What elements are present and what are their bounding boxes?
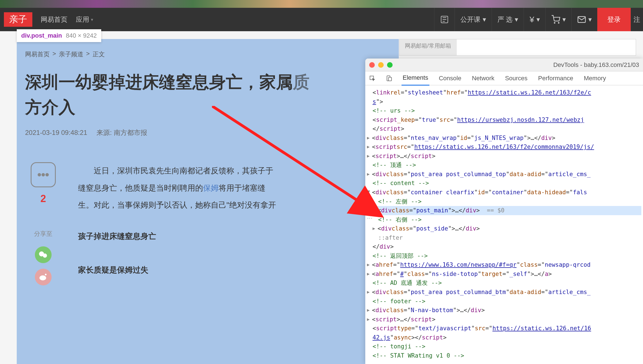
decorative-strip: [0, 0, 643, 8]
tab-memory[interactable]: Memory: [583, 71, 607, 85]
nav-notice[interactable]: 注: [631, 8, 643, 31]
nav-currency[interactable]: ¥▾: [524, 8, 545, 31]
share-weibo[interactable]: [35, 269, 52, 285]
svg-point-1: [554, 23, 555, 23]
section-h2: 家长质疑是保姆过失: [78, 261, 390, 279]
tab-network[interactable]: Network: [471, 71, 495, 85]
devtools-title: DevTools - baby.163.com/21/03: [553, 61, 639, 69]
minimize-window-icon[interactable]: [378, 62, 384, 68]
devtools-titlebar: DevTools - baby.163.com/21/03: [365, 59, 643, 71]
svg-point-4: [38, 174, 40, 176]
comment-count: 2: [40, 193, 46, 205]
code-line[interactable]: ▶<div class="container clearfix" id="con…: [367, 188, 641, 197]
code-line[interactable]: <!-- 左侧 -->: [367, 197, 641, 206]
code-line[interactable]: ▶<a href="#" class="ns-side-totop" targe…: [367, 270, 641, 279]
code-line[interactable]: ▶<div class="post_area post_columnad_btm…: [367, 288, 641, 297]
svg-point-10: [45, 274, 47, 275]
share-wechat[interactable]: [35, 246, 52, 263]
close-window-icon[interactable]: [369, 62, 375, 68]
code-line[interactable]: ▶<div class="post_side">…</div>: [367, 224, 641, 233]
code-line[interactable]: ▶<div class="post_area post_columnad_top…: [367, 170, 641, 179]
breadcrumb-sep: >: [52, 50, 56, 59]
comment-button[interactable]: [31, 162, 56, 187]
code-line[interactable]: <!-- STAT WRating v1 0 -->: [367, 351, 641, 360]
code-line[interactable]: s">: [367, 97, 641, 106]
code-line[interactable]: <!-- 右侧 -->: [367, 215, 641, 224]
inspect-icon[interactable]: [368, 74, 376, 82]
code-line[interactable]: <!-- content -->: [367, 179, 641, 188]
nav-openclass[interactable]: 公开课▾: [455, 8, 492, 31]
svg-point-5: [42, 174, 44, 176]
share-label: 分享至: [34, 230, 52, 238]
code-line[interactable]: <!-- tongji -->: [367, 342, 641, 351]
code-line[interactable]: <script _keep="true" src="https://ursweb…: [367, 115, 641, 125]
devtools-elements-tree[interactable]: <link rel="stylesheet" href="https://sta…: [365, 85, 643, 363]
breadcrumb-current: 正文: [93, 50, 105, 59]
code-line-selected[interactable]: ▶<div class="post_main">…</div> == $0: [367, 206, 641, 215]
code-line[interactable]: ▶<script>…</script>: [367, 315, 641, 324]
tab-console[interactable]: Console: [438, 71, 463, 85]
code-line[interactable]: <!-- AD 底通 通发 -->: [367, 278, 641, 288]
code-line[interactable]: </div>: [367, 242, 641, 251]
breadcrumb-sep: >: [86, 50, 90, 59]
code-line[interactable]: <!-- 顶通 -->: [367, 161, 641, 170]
code-line[interactable]: 42.js" async></script>: [367, 333, 641, 342]
top-nav: 亲子 网易首页 应用▾ 公开课▾ 严 选▾ ¥▾ ▾ ▾ 登录 注: [0, 8, 643, 31]
device-toggle-icon[interactable]: [385, 74, 393, 82]
yen-icon: ¥: [530, 15, 534, 24]
window-controls: [369, 62, 393, 68]
p1d: 生。对此，当事保姆则予以否认，她称自己"绝对没有拿开: [78, 196, 390, 214]
chevron-down-icon: ▾: [562, 16, 566, 23]
code-line[interactable]: <!-- urs -->: [367, 106, 641, 115]
p1c: 将用于堵塞缝: [219, 184, 265, 192]
code-line[interactable]: <link rel="stylesheet" href="https://sta…: [367, 88, 641, 97]
logo[interactable]: 亲子: [4, 12, 32, 27]
code-line[interactable]: ▶<div class="N-nav-bottom">…</div>: [367, 306, 641, 315]
code-line[interactable]: ▶<script>…</script>: [367, 152, 641, 161]
chevron-down-icon: ▾: [588, 16, 592, 23]
maximize-window-icon[interactable]: [387, 62, 393, 68]
breadcrumb-channel[interactable]: 亲子频道: [59, 50, 83, 59]
tooltip-dimensions: 840 × 9242: [66, 32, 97, 39]
code-line[interactable]: <script type="text/javascript" src="http…: [367, 324, 641, 333]
nav-mail[interactable]: ▾: [571, 8, 597, 31]
code-line[interactable]: <!-- 返回顶部 -->: [367, 251, 641, 261]
chevron-down-icon: ▾: [536, 16, 540, 23]
post-main-highlighted: 网易首页 > 亲子频道 > 正文 深圳一幼婴掉进床缝窒息身亡，家属质方介入 20…: [17, 39, 399, 364]
article-source-label: 来源:: [96, 129, 112, 136]
email-tab[interactable]: 网易邮箱/常用邮箱: [399, 39, 457, 55]
article-meta: 2021-03-19 09:48:21 来源: 南方都市报: [25, 128, 390, 137]
tab-performance[interactable]: Performance: [537, 71, 574, 85]
section-h1: 孩子掉进床缝窒息身亡: [78, 228, 390, 245]
code-line[interactable]: </script>: [367, 124, 641, 134]
article-title: 深圳一幼婴掉进床缝窒息身亡，家属质方介入: [25, 70, 390, 120]
code-line[interactable]: ::after: [367, 233, 641, 242]
share-column: 2 分享至: [25, 162, 61, 291]
wechat-icon: [38, 250, 48, 260]
nav-home[interactable]: 网易首页: [41, 15, 67, 24]
chevron-down-icon: ▾: [91, 17, 93, 22]
devtools-tabs: Elements Console Network Sources Perform…: [365, 71, 643, 85]
nav-yanxuan[interactable]: 严 选▾: [492, 8, 524, 31]
nav-app[interactable]: 应用▾: [76, 15, 93, 24]
code-line[interactable]: ▶<div class="ntes_nav_wrap" id="js_N_NTE…: [367, 134, 641, 143]
link-baomu[interactable]: 保姆: [203, 184, 219, 192]
nav-netease-icon[interactable]: [434, 8, 455, 31]
tab-elements[interactable]: Elements: [402, 71, 429, 86]
inspector-tooltip: div.post_main 840 × 9242: [17, 29, 101, 42]
article-source[interactable]: 南方都市报: [114, 129, 147, 136]
devtools-line-menu-icon[interactable]: ⋯: [367, 215, 373, 221]
code-line[interactable]: <!-- footer -->: [367, 297, 641, 306]
login-button[interactable]: 登录: [597, 8, 631, 31]
email-search-box: 网易邮箱/常用邮箱: [399, 39, 636, 56]
code-line[interactable]: ▶<a href="https://www.163.com/newsapp/#f…: [367, 260, 641, 270]
breadcrumb: 网易首页 > 亲子频道 > 正文: [25, 50, 390, 59]
svg-point-8: [43, 254, 47, 258]
nav-yanxuan-label: 严 选: [497, 15, 513, 24]
code-line[interactable]: ▶<script src="https://static.ws.126.net/…: [367, 142, 641, 152]
nav-cart[interactable]: ▾: [545, 8, 571, 31]
article-date: 2021-03-19 09:48:21: [25, 129, 87, 136]
breadcrumb-home[interactable]: 网易首页: [25, 50, 50, 59]
tab-sources[interactable]: Sources: [504, 71, 529, 85]
svg-point-9: [40, 275, 46, 280]
